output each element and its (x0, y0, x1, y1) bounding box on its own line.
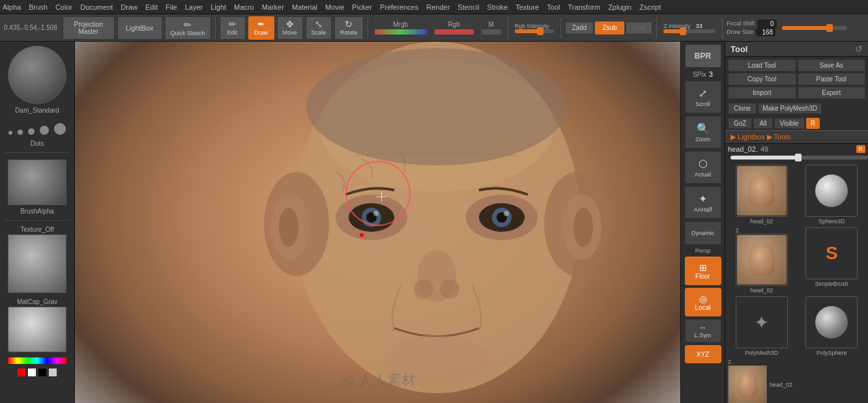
bpr-button[interactable]: BPR (685, 44, 721, 68)
quick-sketch-button[interactable]: ✏ Quick Sketch (165, 16, 211, 40)
simplebrush-thumbnail[interactable]: S (805, 227, 858, 279)
color-gray-swatch[interactable] (48, 368, 57, 377)
local-button[interactable]: ◎ Local (685, 288, 721, 316)
menu-zplugin[interactable]: Zplugin (608, 3, 631, 11)
left-divider-1 (4, 152, 70, 153)
canvas-area[interactable]: ㊋ 人人素材 (75, 42, 680, 403)
draw-button[interactable]: ✒ Draw (248, 16, 274, 40)
tool-refresh-icon[interactable]: ↺ (855, 44, 863, 54)
brush-thumbnail[interactable] (8, 46, 66, 104)
draw-size-slider[interactable] (782, 26, 847, 30)
extra-head-name: head_02 (770, 382, 792, 388)
actual-icon: ⬡ (699, 158, 708, 170)
color-swatches (17, 368, 57, 377)
menu-preferences[interactable]: Preferences (380, 3, 418, 11)
move-button[interactable]: ✥ Move (277, 16, 303, 40)
menu-tool[interactable]: Tool (547, 3, 560, 11)
polymesh-thumbnail[interactable]: ✦ (736, 296, 788, 348)
face-svg (75, 42, 680, 403)
quick-sketch-icon: ✏ (184, 20, 192, 30)
menu-marker[interactable]: Marker (262, 3, 284, 11)
menu-texture[interactable]: Texture (515, 3, 539, 11)
xyz-button[interactable]: XYZ (685, 345, 721, 363)
menu-light[interactable]: Light (210, 3, 226, 11)
clone-polymesh-section: Clone Make PolyMesh3D (725, 102, 868, 115)
menu-macro[interactable]: Macro (234, 3, 254, 11)
zcut-button[interactable]: Zcut (626, 21, 652, 35)
menu-brush[interactable]: Brush (29, 3, 48, 11)
copy-tool-button[interactable]: Copy Tool (728, 73, 796, 85)
import-button[interactable]: Import (728, 87, 796, 99)
head-slider[interactable] (731, 156, 868, 160)
menu-alpha[interactable]: Alpha (3, 3, 21, 11)
tool-thumb-sphere3d: Sphere3D (798, 165, 866, 225)
menu-zscript[interactable]: Zscript (639, 3, 661, 11)
head02b-badge: 2 (736, 227, 788, 234)
edit-button[interactable]: ✏ Edit (220, 16, 246, 40)
head02b-preview (737, 235, 787, 285)
sphere3d-thumbnail[interactable] (805, 165, 858, 217)
menu-movie[interactable]: Movie (325, 3, 344, 11)
z-intensity-slider[interactable] (663, 29, 716, 33)
menu-picker[interactable]: Picker (352, 3, 372, 11)
menu-file[interactable]: File (166, 3, 177, 11)
menu-document[interactable]: Document (80, 3, 113, 11)
zadd-button[interactable]: Zadd (565, 21, 594, 35)
actual-button[interactable]: ⬡ Actual (685, 151, 721, 184)
color-red-swatch[interactable] (17, 368, 26, 377)
simplebrush-name: SimpleBrush (815, 281, 848, 287)
menu-transform[interactable]: Transform (568, 3, 600, 11)
rotate-button[interactable]: ↻ Rotate (334, 16, 364, 40)
color-bar[interactable] (8, 357, 66, 364)
lsym-icon: ↔ (699, 323, 707, 332)
clone-button[interactable]: Clone (728, 103, 757, 114)
dots-thumbnail[interactable] (8, 123, 66, 135)
lsym-button[interactable]: ↔ L.Sym (685, 319, 721, 342)
zoom-button[interactable]: 🔍 Zoom (685, 116, 721, 148)
dynamic-button[interactable]: Dynamic (685, 221, 721, 245)
export-button[interactable]: Export (798, 87, 866, 99)
menu-draw[interactable]: Draw (121, 3, 137, 11)
save-as-button[interactable]: Save As (798, 59, 866, 72)
menu-edit[interactable]: Edit (145, 3, 158, 11)
r-button[interactable]: R (806, 118, 820, 129)
paste-tool-button[interactable]: Paste Tool (798, 73, 866, 85)
make-polymesh-button[interactable]: Make PolyMesh3D (758, 103, 822, 114)
polysphere-thumbnail[interactable] (805, 296, 858, 348)
rgb-intensity-slider[interactable] (515, 29, 554, 33)
head02-thumbnail[interactable] (736, 165, 788, 217)
tool-thumb-polysphere: PolySphere (798, 296, 866, 356)
texture-off-thumbnail[interactable] (8, 234, 66, 293)
menu-layer[interactable]: Layer (185, 3, 203, 11)
move-icon: ✥ (286, 20, 294, 29)
visible-button[interactable]: Visible (774, 118, 805, 129)
menu-color[interactable]: Color (55, 3, 72, 11)
all-button[interactable]: All (753, 118, 772, 129)
head-r-button[interactable]: R (856, 145, 866, 153)
floor-icon: ⊞ (699, 262, 707, 273)
menu-render[interactable]: Render (426, 3, 450, 11)
extra-head-thumbnail[interactable] (728, 365, 767, 403)
menu-stencil[interactable]: Stencil (457, 3, 479, 11)
aahalf-button[interactable]: ✦ AAHalf (685, 186, 721, 219)
projection-master-button[interactable]: Projection Master (63, 16, 115, 40)
lightbox-tools-header[interactable]: ▶ Lightbox ▶ Tools (725, 130, 868, 144)
scroll-button[interactable]: ⤢ Scroll (685, 81, 721, 113)
focal-section: Focal Shift 0 Draw Size 168 (727, 20, 777, 36)
svg-point-15 (414, 279, 433, 299)
zsub-button[interactable]: Zsub (595, 21, 624, 35)
floor-button[interactable]: ⊞ Floor (685, 257, 721, 285)
edit-icon: ✏ (229, 20, 237, 29)
head02b-thumbnail[interactable] (736, 234, 788, 286)
matcap-thumbnail[interactable] (8, 307, 66, 352)
brush-alpha-thumbnail[interactable] (8, 160, 66, 205)
color-white-swatch[interactable] (27, 368, 36, 377)
lightbox-button[interactable]: LightBox (117, 16, 162, 40)
load-tool-button[interactable]: Load Tool (728, 59, 796, 72)
scale-button[interactable]: ⤡ Scale (306, 16, 332, 40)
menu-material[interactable]: Material (292, 3, 317, 11)
menu-stroke[interactable]: Stroke (487, 3, 508, 11)
color-black-swatch[interactable] (38, 368, 47, 377)
goz-button[interactable]: GoZ (728, 118, 752, 129)
local-icon: ◎ (699, 294, 707, 304)
